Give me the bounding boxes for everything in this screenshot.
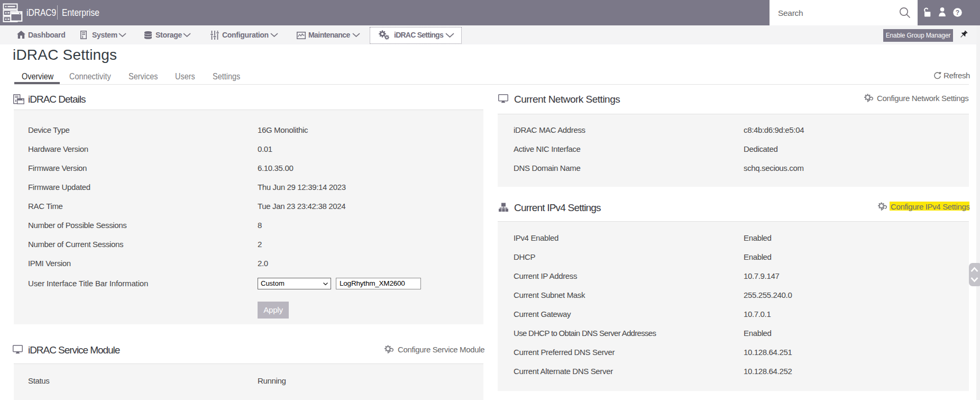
svg-text:?: ? bbox=[956, 9, 959, 16]
